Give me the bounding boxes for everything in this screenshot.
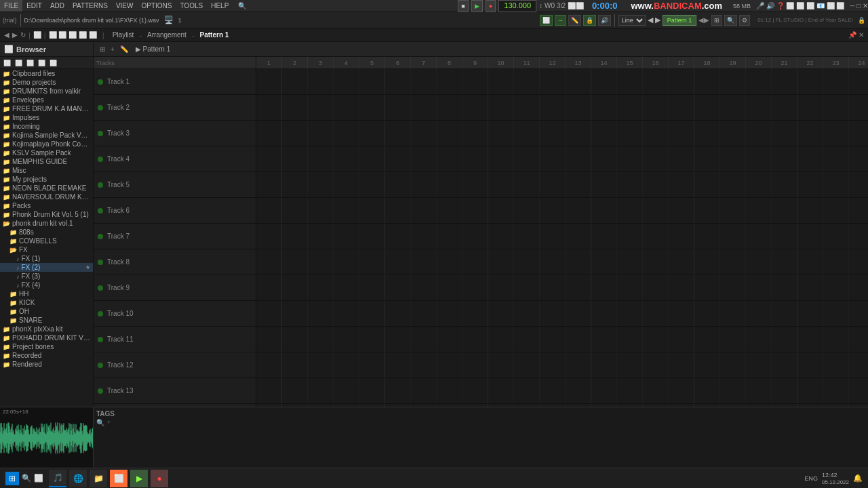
grid-cell-10-13[interactable]	[591, 327, 617, 352]
grid-cell-6-15[interactable]	[643, 224, 669, 249]
grid-cell-6-4[interactable]	[359, 224, 385, 249]
nav-pattern1[interactable]: Pattern 1	[197, 31, 232, 39]
grid-cell-10-5[interactable]	[385, 327, 411, 352]
grid-cell-10-11[interactable]	[540, 327, 566, 352]
sidebar-item-15[interactable]: 📁Packs	[0, 201, 93, 210]
grid-cell-6-6[interactable]	[411, 224, 437, 249]
grid-cell-6-11[interactable]	[540, 224, 566, 249]
grid-cell-4-14[interactable]	[617, 172, 643, 197]
sidebar-item-21[interactable]: ♪FX (1)	[0, 254, 93, 263]
grid-cell-10-23[interactable]	[849, 327, 868, 352]
grid-cell-0-8[interactable]	[462, 69, 488, 94]
grid-cell-0-4[interactable]	[359, 69, 385, 94]
grid-cell-4-2[interactable]	[308, 172, 334, 197]
grid-cell-11-0[interactable]	[256, 352, 282, 378]
grid-cell-0-0[interactable]	[256, 69, 282, 94]
grid-cell-7-12[interactable]	[566, 249, 591, 274]
grid-cell-5-1[interactable]	[282, 198, 308, 223]
grid-cell-10-4[interactable]	[359, 327, 385, 352]
bt-icon-5[interactable]: ⬜	[48, 59, 58, 67]
grid-cell-3-19[interactable]	[746, 146, 772, 171]
grid-cell-9-17[interactable]	[694, 301, 720, 326]
grid-cell-10-14[interactable]	[617, 327, 643, 352]
sidebar-item-27[interactable]: 📁OH	[0, 307, 93, 316]
grid-cell-7-13[interactable]	[591, 249, 617, 274]
grid-cell-0-1[interactable]	[282, 69, 308, 94]
grid-cell-8-5[interactable]	[385, 275, 411, 300]
grid-cell-5-5[interactable]	[385, 198, 411, 223]
grid-cell-1-15[interactable]	[643, 95, 669, 120]
grid-cell-9-6[interactable]	[411, 301, 437, 326]
grid-cell-6-22[interactable]	[823, 224, 849, 249]
grid-cell-3-17[interactable]	[694, 146, 720, 171]
grid-cell-2-16[interactable]	[669, 121, 694, 146]
track-label-4[interactable]: Track 5	[94, 172, 256, 198]
grid-cell-2-21[interactable]	[797, 121, 823, 146]
grid-cell-0-12[interactable]	[566, 69, 591, 94]
grid-cell-0-23[interactable]	[849, 69, 868, 94]
menu-patterns[interactable]: PATTERNS	[68, 0, 112, 12]
grid-row-2[interactable]	[256, 121, 868, 146]
grid-cell-11-15[interactable]	[643, 352, 669, 378]
grid-cell-10-21[interactable]	[797, 327, 823, 352]
grid-cell-8-10[interactable]	[514, 275, 540, 300]
grid-cell-11-23[interactable]	[849, 352, 868, 378]
grid-cell-7-10[interactable]	[514, 249, 540, 274]
grid-row-11[interactable]	[256, 352, 868, 378]
grid-cell-9-13[interactable]	[591, 301, 617, 326]
grid-cell-8-9[interactable]	[488, 275, 514, 300]
grid-cell-9-7[interactable]	[437, 301, 462, 326]
track-label-1[interactable]: Track 2	[94, 95, 256, 121]
grid-cell-0-16[interactable]	[669, 69, 694, 94]
grid-cell-10-8[interactable]	[462, 327, 488, 352]
sidebar-item-19[interactable]: 📁COWBELLS	[0, 237, 93, 245]
grid-cell-6-21[interactable]	[797, 224, 823, 249]
track-label-6[interactable]: Track 7	[94, 224, 256, 249]
grid-cell-9-9[interactable]	[488, 301, 514, 326]
sidebar-item-1[interactable]: 📁Demo projects	[0, 78, 93, 87]
grid-cell-1-1[interactable]	[282, 95, 308, 120]
grid-cell-8-20[interactable]	[772, 275, 797, 300]
menu-add[interactable]: ADD	[46, 0, 68, 12]
grid-cell-2-15[interactable]	[643, 121, 669, 146]
grid-cell-5-3[interactable]	[334, 198, 359, 223]
track-label-12[interactable]: Track 13	[94, 378, 256, 404]
grid-cell-5-8[interactable]	[462, 198, 488, 223]
grid-cell-9-15[interactable]	[643, 301, 669, 326]
sidebar-item-24[interactable]: ♪FX (4)	[0, 281, 93, 289]
mode-btn-4[interactable]: 🔒	[583, 15, 596, 26]
grid-cell-1-8[interactable]	[462, 95, 488, 120]
track-label-2[interactable]: Track 3	[94, 121, 256, 146]
line-select[interactable]: Line	[618, 15, 646, 26]
grid-cell-12-18[interactable]	[720, 378, 746, 403]
grid-cell-4-17[interactable]	[694, 172, 720, 197]
grid-cell-9-3[interactable]	[334, 301, 359, 326]
sidebar-item-0[interactable]: 📁Clipboard files	[0, 69, 93, 78]
grid-cell-12-20[interactable]	[772, 378, 797, 403]
sidebar-item-5[interactable]: 📁Impulses	[0, 113, 93, 122]
grid-cell-6-2[interactable]	[308, 224, 334, 249]
grid-cell-4-10[interactable]	[514, 172, 540, 197]
grid-cell-0-6[interactable]	[411, 69, 437, 94]
sidebar-item-6[interactable]: 📁Incoming	[0, 122, 93, 131]
menu-edit[interactable]: EDIT	[22, 0, 46, 12]
grid-cell-2-11[interactable]	[540, 121, 566, 146]
grid-cell-2-6[interactable]	[411, 121, 437, 146]
grid-cell-1-10[interactable]	[514, 95, 540, 120]
nav-back[interactable]: ◀	[4, 31, 9, 39]
grid-cell-12-13[interactable]	[591, 378, 617, 403]
grid-cell-6-5[interactable]	[385, 224, 411, 249]
grid-cell-7-17[interactable]	[694, 249, 720, 274]
grid-cell-7-22[interactable]	[823, 249, 849, 274]
grid-cell-4-11[interactable]	[540, 172, 566, 197]
grid-cell-5-0[interactable]	[256, 198, 282, 223]
tags-plus-icon[interactable]: +	[107, 419, 111, 426]
track-label-10[interactable]: Track 11	[94, 327, 256, 352]
grid-cell-11-16[interactable]	[669, 352, 694, 378]
grid-cell-5-12[interactable]	[566, 198, 591, 223]
grid-cell-8-13[interactable]	[591, 275, 617, 300]
grid-cell-12-15[interactable]	[643, 378, 669, 403]
grid-cell-1-21[interactable]	[797, 95, 823, 120]
grid-cell-3-9[interactable]	[488, 146, 514, 171]
grid-cell-12-21[interactable]	[797, 378, 823, 403]
